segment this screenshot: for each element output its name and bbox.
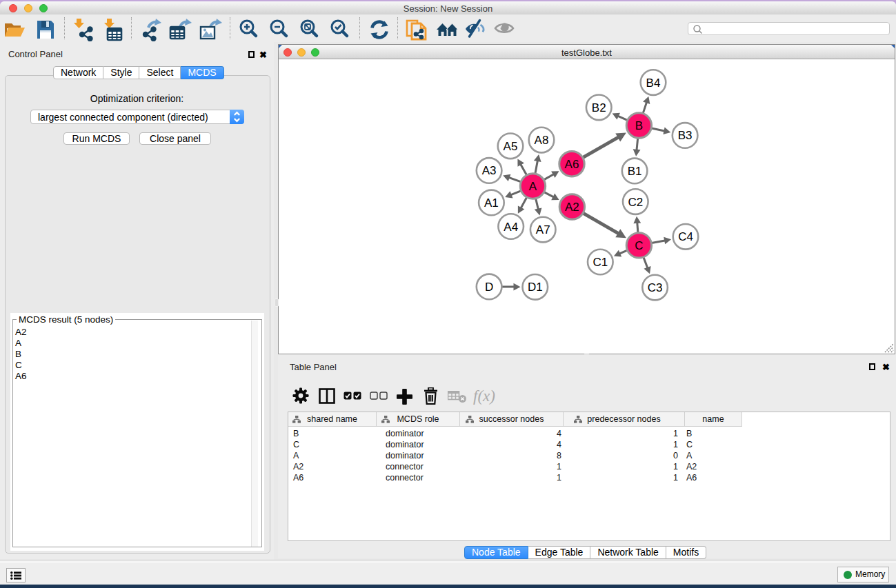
svg-text:B4: B4 bbox=[646, 77, 661, 90]
svg-text:A: A bbox=[529, 180, 537, 193]
svg-text:A7: A7 bbox=[536, 223, 550, 236]
svg-text:A4: A4 bbox=[504, 221, 518, 234]
svg-text:A8: A8 bbox=[535, 134, 549, 147]
svg-text:C1: C1 bbox=[593, 256, 608, 269]
svg-text:C2: C2 bbox=[628, 196, 643, 209]
svg-text:B: B bbox=[635, 119, 643, 132]
svg-text:D1: D1 bbox=[528, 281, 543, 294]
svg-text:A6: A6 bbox=[565, 158, 579, 171]
svg-text:B3: B3 bbox=[678, 129, 693, 142]
svg-text:A3: A3 bbox=[482, 164, 497, 177]
svg-text:B2: B2 bbox=[592, 101, 606, 114]
svg-text:C: C bbox=[635, 239, 643, 252]
svg-text:C3: C3 bbox=[648, 281, 663, 294]
svg-text:D: D bbox=[485, 281, 493, 294]
svg-text:C4: C4 bbox=[678, 230, 693, 243]
svg-text:A2: A2 bbox=[565, 201, 579, 214]
svg-text:B1: B1 bbox=[628, 165, 642, 178]
svg-text:A1: A1 bbox=[484, 196, 499, 210]
svg-text:A5: A5 bbox=[504, 140, 518, 153]
